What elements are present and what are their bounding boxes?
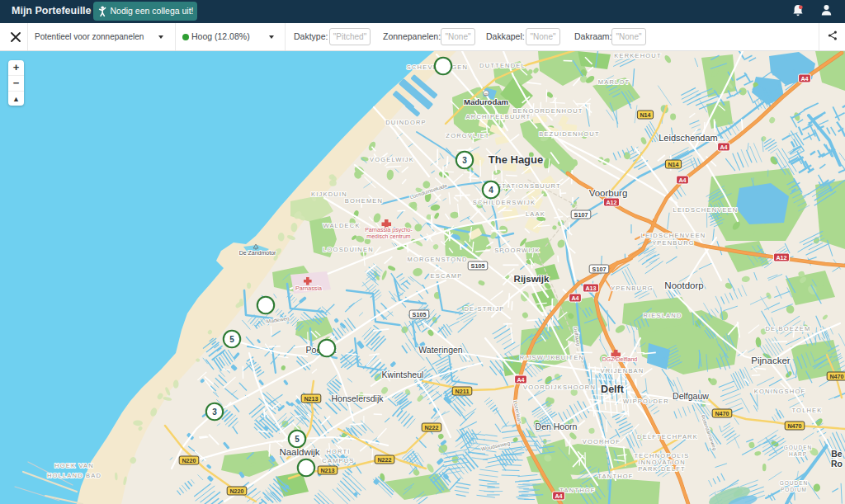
svg-text:A13: A13: [585, 285, 596, 292]
svg-text:N220: N220: [182, 457, 196, 464]
svg-text:DE BOEZEM: DE BOEZEM: [766, 325, 811, 332]
svg-text:LAAK: LAAK: [526, 210, 545, 218]
svg-text:A4: A4: [720, 144, 727, 151]
svg-text:MARLOT: MARLOT: [598, 78, 630, 86]
svg-text:DELFTECHPARK: DELFTECHPARK: [637, 433, 698, 440]
svg-text:WIPPOLDER: WIPPOLDER: [623, 398, 669, 405]
svg-text:Delft: Delft: [601, 384, 625, 395]
svg-text:N213: N213: [320, 467, 334, 474]
svg-text:YPENBURG: YPENBURG: [611, 285, 654, 292]
svg-text:Madurodam: Madurodam: [464, 97, 508, 106]
svg-text:Nootdorp: Nootdorp: [664, 280, 703, 290]
svg-text:Voorburg: Voorburg: [589, 188, 628, 198]
svg-text:4: 4: [489, 186, 493, 195]
svg-text:GOUDEN: GOUDEN: [784, 445, 813, 450]
svg-text:VRIJENBAN: VRIJENBAN: [601, 367, 644, 374]
svg-text:The Hague: The Hague: [489, 153, 543, 166]
svg-text:KONINGSHOF: KONINGSHOF: [754, 388, 805, 395]
svg-text:5: 5: [295, 435, 300, 444]
svg-text:HORTI: HORTI: [326, 448, 350, 455]
svg-text:N220: N220: [229, 488, 243, 495]
svg-text:DE STRIJP: DE STRIJP: [464, 305, 504, 313]
svg-text:KIJKDUIN: KIJKDUIN: [311, 191, 347, 198]
svg-text:ARCHIPELBUURT: ARCHIPELBUURT: [466, 113, 531, 120]
svg-text:Leidschendam: Leidschendam: [659, 133, 718, 143]
svg-text:A12: A12: [606, 199, 616, 206]
svg-text:Wateringen: Wateringen: [418, 345, 462, 355]
svg-text:N470: N470: [787, 422, 801, 430]
svg-text:HOLLAND BAD: HOLLAND BAD: [47, 472, 101, 479]
svg-text:DUTTENDEL: DUTTENDEL: [479, 62, 526, 69]
svg-text:KERKEHOUT: KERKEHOUT: [614, 52, 661, 59]
svg-text:N14: N14: [668, 161, 678, 168]
svg-text:PARK DELFT: PARK DELFT: [638, 465, 686, 473]
svg-text:A12: A12: [776, 254, 786, 261]
svg-text:⚖: ⚖: [484, 92, 489, 97]
svg-text:N14: N14: [640, 111, 650, 119]
svg-text:N470: N470: [829, 373, 843, 380]
svg-text:Pijnacker: Pijnacker: [751, 356, 790, 365]
svg-text:CAMPUS: CAMPUS: [322, 457, 354, 464]
svg-text:SCHILDERSWIJK: SCHILDERSWIJK: [473, 199, 536, 206]
svg-text:DGZ Delfland: DGZ Delfland: [602, 356, 638, 362]
svg-text:LEIDSCHENVEEN: LEIDSCHENVEEN: [673, 206, 739, 214]
svg-text:S107: S107: [574, 211, 588, 219]
svg-text:A4: A4: [555, 492, 562, 500]
svg-text:De Zandmotor: De Zandmotor: [239, 250, 276, 256]
svg-text:Kwintsheul: Kwintsheul: [382, 370, 424, 379]
svg-text:Be: Be: [831, 449, 843, 459]
svg-text:GOUDEN: GOUDEN: [780, 480, 809, 486]
svg-text:A4: A4: [571, 294, 578, 302]
svg-text:Parnassia psycho-: Parnassia psycho-: [365, 227, 413, 233]
svg-text:Honselersdijk: Honselersdijk: [331, 393, 384, 403]
svg-text:TOLHEK: TOLHEK: [791, 407, 822, 414]
svg-text:3: 3: [462, 156, 467, 165]
svg-text:WALDECK: WALDECK: [323, 222, 360, 229]
svg-text:N470: N470: [715, 410, 729, 417]
svg-text:N222: N222: [377, 456, 391, 464]
svg-text:VOORDIJKSHOORN: VOORDIJKSHOORN: [523, 384, 596, 391]
svg-text:Delfgauw: Delfgauw: [673, 391, 709, 401]
svg-text:Rijswijk: Rijswijk: [514, 274, 550, 284]
svg-text:VOGELWIJK: VOGELWIJK: [370, 156, 414, 163]
svg-text:VOORHOF: VOORHOF: [583, 438, 621, 445]
svg-text:STATIONSBUURT: STATIONSBUURT: [497, 182, 561, 190]
svg-text:HOEK VAN: HOEK VAN: [54, 462, 94, 469]
svg-text:A4: A4: [800, 75, 808, 82]
svg-text:S105: S105: [471, 262, 485, 270]
svg-text:Naaldwijk: Naaldwijk: [279, 447, 319, 457]
svg-text:S105: S105: [413, 311, 427, 318]
svg-text:LOOSDUINEN: LOOSDUINEN: [323, 246, 374, 253]
svg-text:N213: N213: [304, 395, 318, 403]
svg-text:BOHEMEN: BOHEMEN: [345, 197, 383, 205]
svg-text:DUINDORP: DUINDORP: [385, 119, 427, 126]
svg-text:ESCAMP: ESCAMP: [431, 272, 463, 280]
svg-text:medisch centrum: medisch centrum: [366, 233, 410, 239]
svg-text:LEIDSCHENVEEN: LEIDSCHENVEEN: [641, 232, 706, 239]
svg-text:MORGENSTOND: MORGENSTOND: [407, 256, 467, 263]
svg-text:Ro: Ro: [831, 459, 843, 469]
svg-text:BEZUIDENHOUT: BEZUIDENHOUT: [539, 130, 600, 138]
svg-text:N222: N222: [424, 424, 438, 431]
svg-text:Den Hoorn: Den Hoorn: [536, 422, 578, 431]
svg-text:A4: A4: [517, 376, 524, 384]
svg-text:HARP: HARP: [789, 451, 807, 457]
svg-text:Parnassia: Parnassia: [295, 285, 322, 292]
svg-text:RIJSWIJKBUITEN: RIJSWIJKBUITEN: [520, 354, 584, 361]
svg-text:S107: S107: [592, 266, 607, 273]
svg-text:5: 5: [229, 335, 234, 344]
svg-text:PODIUM: PODIUM: [781, 487, 807, 492]
svg-text:SPOORWIJK: SPOORWIJK: [494, 247, 541, 254]
svg-text:TANTHOF: TANTHOF: [597, 473, 633, 480]
svg-text:3: 3: [212, 407, 217, 417]
svg-text:ZORGVLIET: ZORGVLIET: [446, 132, 489, 139]
svg-text:YPENBURG: YPENBURG: [652, 239, 695, 247]
svg-text:A4: A4: [678, 177, 686, 184]
svg-text:N211: N211: [456, 388, 470, 395]
svg-text:RIESLAND: RIESLAND: [643, 312, 682, 319]
